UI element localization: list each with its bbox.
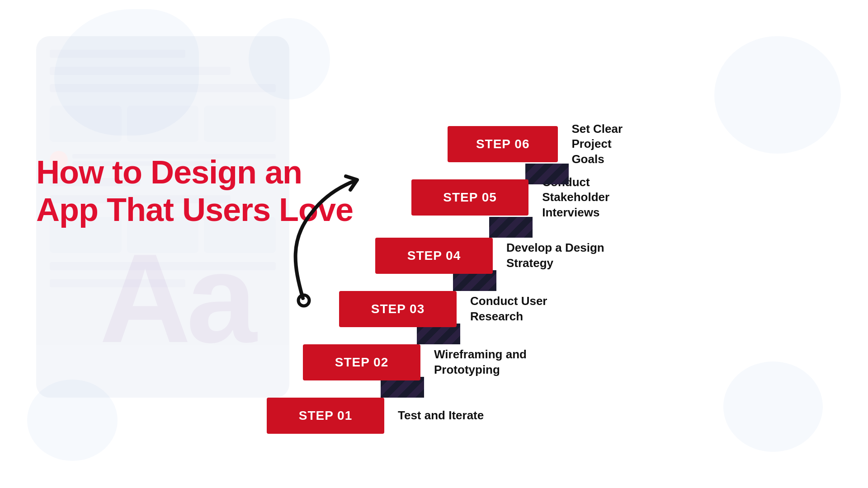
- bg-aa-decoration: Aa: [99, 226, 252, 371]
- step-step01-block: STEP 01: [267, 398, 384, 434]
- step-step06-label: Set Clear Project Goals: [571, 122, 660, 167]
- step-step02-wrapper: STEP 02Wireframing and Prototyping: [303, 344, 527, 380]
- step-step03-wrapper: STEP 03Conduct User Research: [339, 291, 547, 327]
- step-step06-block: STEP 06: [448, 126, 558, 162]
- step-step06-wrapper: STEP 06Set Clear Project Goals: [448, 122, 660, 167]
- step-step02-label: Wireframing and Prototyping: [434, 347, 527, 378]
- step-step02-block: STEP 02: [303, 344, 420, 380]
- step-step04-label: Develop a Design Strategy: [506, 240, 604, 271]
- step-step04-wrapper: STEP 04Develop a Design Strategy: [375, 238, 604, 274]
- step-step05-block: STEP 05: [411, 179, 528, 216]
- bg-blob-bottom-right: [723, 361, 823, 452]
- step-step03-label: Conduct User Research: [470, 294, 547, 324]
- staircase-container: STEP 01Test and IterateSTEP 02Wireframin…: [253, 27, 660, 461]
- bg-blob-right: [714, 36, 841, 154]
- step-step01-label: Test and Iterate: [398, 408, 484, 423]
- stripe-connector-4: [489, 217, 533, 238]
- step-step01-wrapper: STEP 01Test and Iterate: [267, 398, 484, 434]
- arrow-decoration: [276, 167, 366, 314]
- stripe-connector-5: [525, 164, 569, 184]
- step-step04-block: STEP 04: [375, 238, 493, 274]
